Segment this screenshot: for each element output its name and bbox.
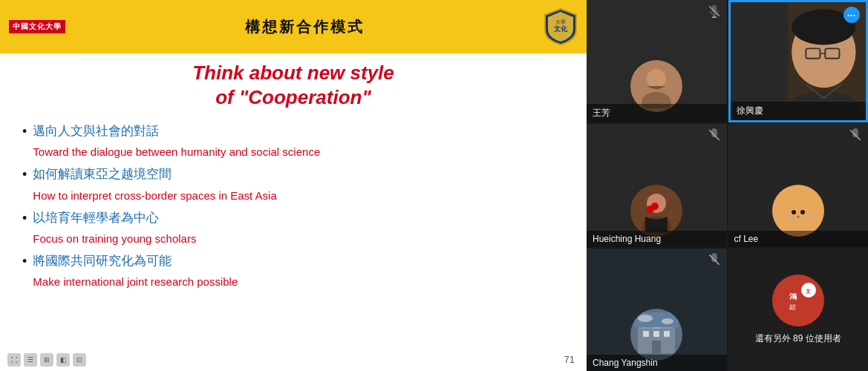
svg-text:文化: 文化 [554, 25, 568, 33]
university-shield-icon: 文化 大學 [544, 7, 578, 46]
participant-tile-chang: Chang Yangshin [587, 249, 727, 371]
bullet-3: • 以培育年輕學者為中心 [22, 209, 564, 228]
participant-name-cf-lee: cf Lee [734, 234, 759, 244]
slide-title-english-wrapper: Think about new style of "Cooperation" [0, 53, 587, 112]
svg-point-25 [797, 215, 800, 217]
slide-title-english: Think about new style of "Cooperation" [30, 61, 557, 109]
svg-rect-37 [664, 331, 670, 337]
svg-rect-36 [653, 331, 659, 337]
toolbar-icon-5[interactable]: ⊡ [73, 353, 86, 367]
participant-tile-wang-fang: 王芳 [587, 0, 727, 122]
cat-icon-cf-lee [776, 188, 820, 233]
svg-point-23 [792, 210, 796, 214]
mute-icon-cf-lee [849, 128, 862, 144]
bullet-dot-1: • [22, 122, 27, 141]
bullet-1: • 邁向人文與社會的對話 [22, 122, 564, 141]
bullet-2-english-text: How to interpret cross-border spaces in … [33, 188, 276, 203]
person-icon-wang-fang [634, 64, 679, 108]
avatar-cf-lee [772, 185, 824, 237]
avatar-chang [630, 309, 682, 361]
toolbar-icon-3[interactable]: ⊞ [40, 353, 53, 367]
presentation-slide: 中國文化大學 構想新合作模式 文化 大學 Think about new sty… [0, 0, 587, 371]
bullet-2: • 如何解讀東亞之越境空間 [22, 165, 564, 184]
bullet-dot-2e: • [22, 188, 27, 206]
slide-header-bar: 中國文化大學 構想新合作模式 文化 大學 [0, 0, 587, 53]
person-icon-hueiching [634, 188, 679, 233]
more-options-icon-xu[interactable]: ••• [843, 7, 860, 23]
participant-name-chang: Chang Yangshin [593, 358, 658, 368]
bullet-4-english: • Make international joint research poss… [22, 274, 564, 292]
mute-icon-chang [708, 253, 721, 269]
participant-tile-hueiching: Hueiching Huang [587, 124, 727, 246]
svg-point-21 [789, 203, 796, 210]
svg-text:錯: 錯 [789, 303, 796, 311]
mute-icon-wang-fang [708, 4, 721, 20]
svg-text:大學: 大學 [555, 19, 566, 24]
bullet-1-english-text: Toward the dialogue between humanity and… [33, 144, 320, 160]
toolbar-icon-4[interactable]: ◧ [56, 353, 70, 367]
svg-rect-38 [652, 341, 661, 353]
slide-title-chinese: 構想新合作模式 [73, 17, 536, 37]
svg-point-2 [647, 69, 666, 88]
participant-name-wang-fang: 王芳 [593, 108, 610, 118]
participant-tile-extra: 鴻 錯 文 還有另外 89 位使用者 [728, 249, 869, 371]
participant-name-bar-chang: Chang Yangshin [587, 355, 727, 371]
svg-rect-35 [643, 331, 649, 337]
participant-name-bar-cf-lee: cf Lee [728, 231, 869, 247]
bullet-dot-4e: • [22, 274, 27, 292]
svg-text:鴻: 鴻 [789, 292, 797, 301]
svg-point-20 [785, 199, 812, 226]
participant-tile-xu-xingqing: 徐興慶 ••• [728, 0, 869, 122]
bullet-2-english: • How to interpret cross-border spaces i… [22, 188, 564, 206]
university-label: 中國文化大學 [9, 20, 65, 33]
bullet-1-chinese: 邁向人文與社會的對話 [33, 122, 159, 140]
participants-panel: 王芳 [587, 0, 868, 371]
toolbar-icon-2[interactable]: ☰ [24, 353, 37, 367]
svg-point-40 [638, 315, 653, 322]
svg-point-41 [662, 318, 673, 324]
bullet-dot-2: • [22, 165, 27, 184]
bullet-4-english-text: Make international joint research possib… [33, 274, 238, 289]
participant-name-bar-wang-fang: 王芳 [587, 104, 727, 122]
extra-logo-icon: 鴻 錯 文 [776, 278, 820, 323]
slide-page-number: 71 [564, 354, 575, 365]
svg-point-18 [651, 203, 659, 210]
svg-point-22 [800, 203, 808, 210]
building-icon-chang [634, 312, 679, 357]
bullet-4: • 將國際共同研究化為可能 [22, 252, 564, 271]
bullet-3-english: • Focus on training young scholars [22, 231, 564, 249]
slide-bullets: • 邁向人文與社會的對話 • Toward the dialogue betwe… [0, 112, 587, 303]
bullet-1-english: • Toward the dialogue between humanity a… [22, 144, 564, 162]
bullet-2-chinese: 如何解讀東亞之越境空間 [33, 165, 172, 183]
bullet-4-chinese: 將國際共同研究化為可能 [33, 252, 172, 270]
extra-users-logo: 鴻 錯 文 [772, 275, 824, 326]
svg-point-24 [800, 210, 805, 214]
participant-name-xu: 徐興慶 [737, 105, 763, 116]
slide-toolbar: ⛶ ☰ ⊞ ◧ ⊡ [7, 353, 86, 367]
bullet-dot-3: • [22, 209, 27, 228]
bullet-dot-3e: • [22, 231, 27, 249]
extra-count-display: 還有另外 89 位使用者 [755, 332, 841, 345]
avatar-hueiching [630, 185, 682, 237]
svg-text:文: 文 [806, 288, 811, 294]
participant-name-hueiching: Hueiching Huang [593, 234, 661, 244]
bullet-dot-1e: • [22, 144, 27, 162]
toolbar-icon-1[interactable]: ⛶ [7, 353, 21, 367]
participant-name-bar-hueiching: Hueiching Huang [587, 231, 727, 247]
participant-name-bar-xu: 徐興慶 [731, 102, 867, 120]
participant-tile-cf-lee: cf Lee [728, 124, 869, 246]
extra-count-text: 還有另外 89 位使用者 [755, 333, 841, 344]
bullet-3-english-text: Focus on training young scholars [33, 231, 196, 246]
bullet-3-chinese: 以培育年輕學者為中心 [33, 209, 159, 227]
mute-icon-hueiching [708, 128, 721, 144]
bullet-dot-4: • [22, 252, 27, 271]
